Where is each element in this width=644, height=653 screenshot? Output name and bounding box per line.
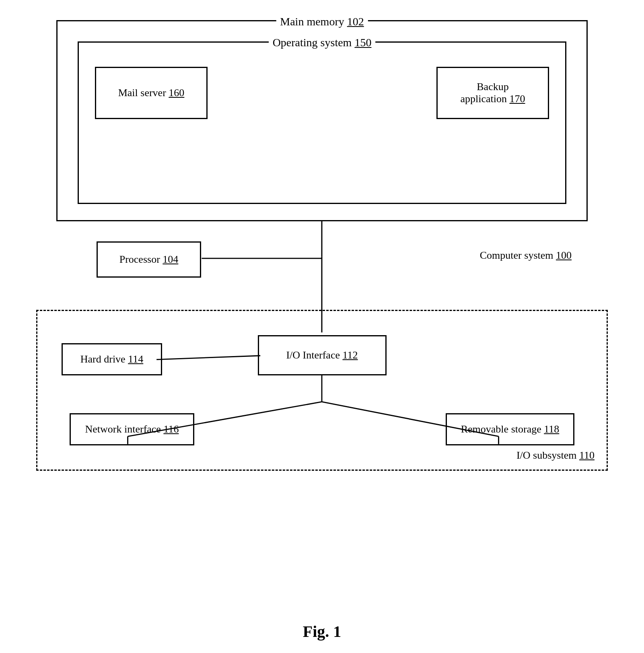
network-interface-ref: 116 [163,423,179,435]
os-box: Operating system 150 Mail server 160 Bac… [78,41,566,204]
network-interface-label: Network interface 116 [85,423,179,435]
computer-system-label: Computer system 100 [480,249,572,262]
removable-storage-label: Removable storage 118 [461,423,560,435]
hard-drive-ref: 114 [128,353,143,365]
backup-app-ref: 170 [510,93,525,105]
main-memory-label: Main memory 102 [276,15,368,28]
io-interface-ref: 112 [342,349,358,361]
mail-server-box: Mail server 160 [95,67,208,119]
processor-ref: 104 [163,253,178,265]
os-label: Operating system 150 [269,36,376,49]
backup-app-box: Backupapplication 170 [436,67,549,119]
mail-server-label: Mail server 160 [118,87,185,99]
diagram-container: Main memory 102 Operating system 150 Mai… [24,12,620,613]
os-ref: 150 [354,36,371,49]
io-subsystem-ref: 110 [579,449,595,461]
io-interface-label: I/O Interface 112 [286,349,358,361]
mail-server-ref: 160 [169,87,184,99]
io-subsystem-label: I/O subsystem 110 [516,449,595,461]
main-memory-ref: 102 [347,15,364,28]
processor-box: Processor 104 [97,241,201,278]
processor-label: Processor 104 [119,253,179,266]
main-memory-box: Main memory 102 Operating system 150 Mai… [56,20,588,221]
hard-drive-label: Hard drive 114 [80,353,143,365]
hard-drive-box: Hard drive 114 [62,343,162,375]
computer-system-ref: 100 [556,249,572,261]
network-interface-box: Network interface 116 [70,413,194,445]
removable-storage-ref: 118 [544,423,559,435]
fig-label: Fig. 1 [303,622,342,641]
removable-storage-box: Removable storage 118 [446,413,574,445]
io-subsystem-box: I/O subsystem 110 I/O Interface 112 Hard… [36,310,608,471]
backup-app-label: Backupapplication 170 [460,81,525,105]
svg-line-0 [156,356,260,360]
io-interface-box: I/O Interface 112 [258,335,387,375]
